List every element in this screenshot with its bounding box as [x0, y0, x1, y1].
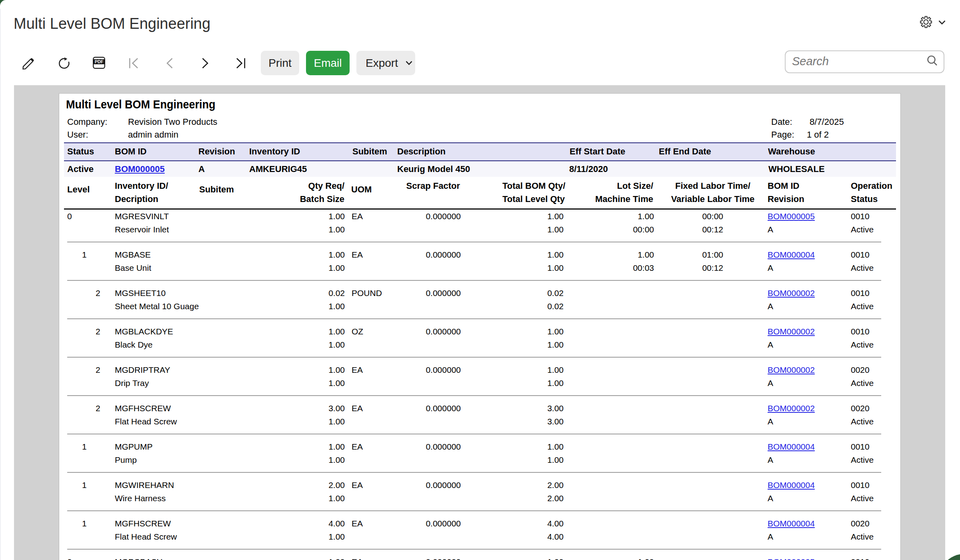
svg-text:PDF: PDF: [95, 59, 104, 64]
